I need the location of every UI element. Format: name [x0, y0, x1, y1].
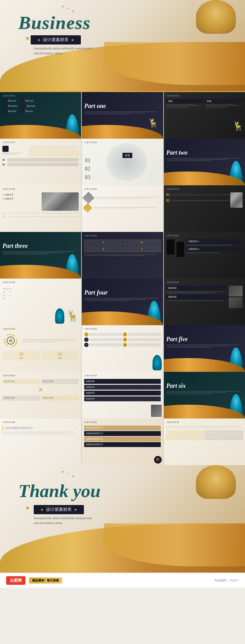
part-four-label: Part four [84, 289, 160, 296]
step-num-6: 6 [123, 343, 127, 347]
steps-header: 主题内容标题 [84, 328, 160, 330]
dark-list-header: 主题内容标题 [166, 281, 243, 284]
steps-grid: 1 2 3 4 5 6 [84, 332, 160, 347]
phone-2 [176, 241, 185, 257]
quote-content: 综合利用技术内容文字 [2, 426, 79, 435]
diamond-text-2 [93, 206, 160, 210]
icon-col-1 [2, 146, 27, 156]
list-03: 03 [3, 298, 7, 300]
icon-col-2 [29, 146, 79, 156]
circle-text [22, 339, 79, 343]
cont-box-2 [205, 431, 243, 440]
step-bar-5 [89, 343, 122, 346]
step-items: 01 02 [2, 158, 79, 166]
phone-header: 主题内容标题 [166, 234, 243, 237]
ty-arrow-right: ► [74, 507, 78, 512]
table-img [151, 405, 162, 417]
menu-dot-3: ○ [2, 104, 7, 108]
cover-title: Business [18, 12, 91, 33]
swot-w: W [123, 240, 160, 245]
t-label-1: 标题内容 [86, 380, 95, 383]
num-badge-01: 01 [166, 192, 170, 197]
diamond-header: 主题内容标题 [84, 188, 160, 191]
step-bar-4 [128, 338, 160, 341]
slides-row-8: 主题内容标题 综合利用技术内容文字 " 主题内容标题 标题内容说明文字 标题内容… [0, 418, 245, 465]
cover-desc-line1: Synergistically utilize technically soun… [34, 47, 92, 50]
product-code: 作品编号：934271 [214, 578, 239, 583]
slide-deer-list: 主题内容标题 ibanto.com 01 02 03 🦌 [0, 279, 81, 325]
step-bar-3 [89, 338, 122, 341]
circle-diagram [2, 332, 19, 349]
num-01: 01 [85, 157, 90, 164]
ty-desc-line1: Synergistically utilize technically soun… [34, 516, 92, 520]
six-steps: 1 2 3 4 5 6 [84, 332, 160, 347]
diamond-1 [83, 192, 95, 204]
diamond-row-2 [84, 205, 160, 211]
slides-row-1: 主题内容标题 ○Part one○Part two ○Part three○Pa… [0, 92, 245, 139]
stat-2: 33指标 [41, 351, 79, 361]
item-02: 02 [166, 198, 229, 203]
slide-part-five-title: · · · Part five [164, 325, 245, 372]
col2-label: 标题 [205, 99, 243, 103]
cover-subtitle-box: ◄ 设计屋素材库 ► [31, 35, 81, 44]
menu-dot-2: ○ [20, 98, 24, 103]
slide-agenda: 主题内容标题 ○Part one○Part two ○Part three○Pa… [0, 92, 81, 139]
agenda-items: ○Part one○Part two ○Part three○Part four… [2, 98, 79, 113]
x-item-1: 内容文字内容 [2, 379, 40, 384]
watermark-left: 众图网 精品素材 · 每日更新 [6, 576, 62, 585]
step-num-1: 1 [84, 332, 89, 337]
slide-continuation: 主题内容标题 [164, 418, 245, 465]
slide-circle-diagram: 主题内容标题 33指标 33指标 [0, 325, 81, 372]
slides-row-4: · · · Part three 主题内容标题 S W O T [0, 232, 245, 279]
circle-header: 主题内容标题 [2, 328, 79, 330]
phone-info: 功能说明 01 功能说明 02 [187, 239, 243, 257]
slide-x-diagram: 主题内容标题 内容文字内容 内容文字内容 ✕ 内容文字内容 内容文字内容 [0, 372, 81, 418]
slide-dark-list: 主题内容标题 标题内容 标题内容 [164, 279, 245, 325]
t-val-1: ··· [157, 380, 159, 383]
step-bar-2 [128, 333, 160, 336]
deer-decoration-2 [233, 121, 243, 131]
cover-description: Synergistically utilize technically soun… [34, 46, 92, 56]
slide-ink-style: 主题内容标题 标题 01 02 03 [82, 139, 163, 185]
content-box [29, 150, 79, 156]
slide-list-content: 主题内容标题 ◆ 内容文字 ◆ 内容文字 01 02 [0, 185, 81, 232]
left-arrow-icon: ◄ [37, 38, 40, 42]
deer-gold-list: ibanto.com 01 02 03 [3, 288, 11, 301]
slides-row-6: 主题内容标题 33指标 33指标 [0, 325, 245, 372]
svg-point-2 [9, 339, 13, 342]
ty-arrow-left: ◄ [40, 507, 43, 512]
x-diagram-content: 内容文字内容 内容文字内容 ✕ 内容文字内容 内容文字内容 [2, 379, 79, 401]
thankyou-title: Thank you [18, 480, 100, 502]
list-with-image: ◆ 内容文字 ◆ 内容文字 [2, 192, 79, 211]
number-content: 01 02 [166, 192, 243, 208]
deer-decoration [148, 118, 159, 128]
t-val-3: ··· [157, 391, 159, 395]
circle-stats: 33指标 33指标 [2, 351, 79, 361]
premium-badge: 精品素材 · 每日更新 [29, 577, 62, 584]
agenda-item-5: Part five [8, 110, 16, 113]
gold-tree-decoration [196, 0, 236, 34]
t-val-4: ··· [157, 397, 159, 400]
beige-rows: 标题内容说明文字 标题内容说明文字 标题内容说明文字 标题内容说明文字 [84, 426, 160, 447]
slide-six-steps: 主题内容标题 1 2 3 4 5 6 [82, 325, 163, 372]
deer-list-header: 主题内容标题 [2, 281, 79, 284]
ibanto-url: ibanto.com [3, 288, 11, 290]
marble-image [42, 192, 79, 211]
x-icon: ✕ [35, 386, 47, 394]
slide-part-four-title: · · · Part four [82, 279, 163, 325]
slide-quote: 主题内容标题 综合利用技术内容文字 " [0, 418, 81, 465]
beige-icon: ⌘ [154, 456, 162, 464]
swot-t: T [123, 246, 160, 252]
part-five-header: · · · [166, 328, 243, 330]
step-1: 1 [84, 332, 122, 337]
gold-dot-2 [26, 507, 29, 510]
phone-label-2: 功能说明 02 [187, 247, 243, 252]
list-item-2: ◆ 内容文字 [2, 197, 40, 200]
step-4: 4 [123, 337, 160, 342]
swot-grid: S W O T [84, 240, 160, 252]
beige-row-1: 标题内容说明文字 [84, 426, 160, 430]
beige-header: 主题内容标题 [84, 421, 160, 424]
cont-content [166, 426, 243, 440]
part-three-header: · · · [2, 234, 79, 236]
content-header-1: 主题内容标题 [166, 94, 243, 97]
